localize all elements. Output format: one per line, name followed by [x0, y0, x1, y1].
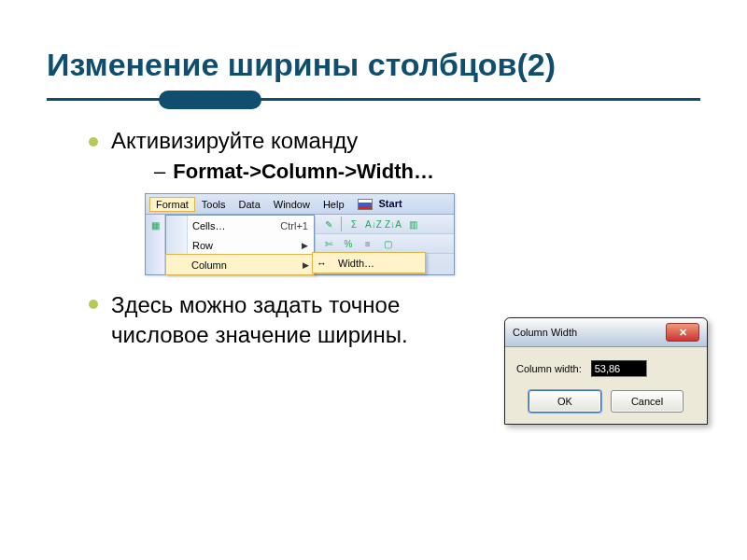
column-submenu: ↔ Width… [312, 252, 426, 273]
column-width-dialog: Column Width ✕ Column width: 53,86 OK Ca… [504, 317, 708, 425]
chevron-right-icon: ▶ [303, 260, 309, 270]
dialog-titlebar: Column Width ✕ [505, 318, 707, 347]
dialog-title-text: Column Width [513, 327, 577, 338]
menu-screenshot: Format Tools Data Window Help Start ▦ Ce… [145, 193, 455, 275]
slide-title: Изменение ширины столбцов(2) [47, 47, 700, 83]
indent-icon[interactable]: ≡ [360, 236, 375, 251]
dd-column[interactable]: Column ▶ [165, 254, 315, 275]
dd-cells[interactable]: Cells… Ctrl+1 [166, 216, 314, 235]
percent-icon[interactable]: % [341, 236, 356, 251]
toolbar-right: ✎ Σ A↓Z Z↓A ▥ ✄ % ≡ ▢ [316, 215, 454, 252]
sort-asc-icon[interactable]: A↓Z [366, 217, 381, 231]
menu-window[interactable]: Window [267, 197, 317, 212]
bullet-activate: Активизируйте команду [89, 128, 700, 154]
menu-start[interactable]: Start [351, 196, 409, 212]
cancel-button[interactable]: Cancel [611, 390, 684, 413]
menu-help[interactable]: Help [317, 197, 351, 212]
menu-data[interactable]: Data [233, 197, 267, 212]
submenu-width[interactable]: ↔ Width… [312, 252, 426, 273]
bullet-icon [89, 300, 98, 309]
borders-icon[interactable]: ▢ [380, 236, 395, 251]
bullet-text: Активизируйте команду [111, 128, 358, 154]
bullet-path-text: Format->Column->Width… [173, 160, 434, 184]
dash-icon: – [154, 160, 165, 184]
shortcut-label: Ctrl+1 [280, 220, 308, 231]
width-icon: ↔ [317, 258, 327, 269]
format-cells-icon[interactable]: ▦ [148, 217, 162, 232]
ok-button[interactable]: OK [529, 390, 601, 413]
chevron-right-icon: ▶ [302, 241, 308, 250]
bullet-description: Здесь можно задать точное числовое значе… [89, 290, 490, 351]
sum-icon[interactable]: Σ [346, 217, 361, 231]
title-underline [47, 91, 700, 109]
close-button[interactable]: ✕ [666, 323, 699, 342]
bullet-desc-text: Здесь можно задать точное числовое значе… [111, 290, 490, 351]
cut-icon[interactable]: ✄ [321, 236, 336, 251]
menu-tools[interactable]: Tools [195, 197, 233, 212]
chart-icon[interactable]: ▥ [405, 217, 420, 231]
dialog-label: Column width: [516, 363, 582, 374]
close-icon: ✕ [679, 327, 687, 339]
bullet-icon [89, 137, 98, 147]
column-width-input[interactable]: 53,86 [591, 360, 647, 377]
toolbar-left-strip: ▦ [146, 215, 165, 274]
style-icon[interactable]: ✎ [321, 217, 336, 231]
flag-icon [358, 199, 373, 210]
menu-format[interactable]: Format [149, 197, 195, 212]
menubar: Format Tools Data Window Help Start [146, 194, 454, 215]
bullet-path: – Format->Column->Width… [154, 160, 700, 184]
sort-desc-icon[interactable]: Z↓A [386, 217, 401, 231]
dd-row[interactable]: Row ▶ [166, 235, 314, 255]
format-dropdown: Cells… Ctrl+1 Row ▶ Column ▶ [165, 215, 315, 274]
